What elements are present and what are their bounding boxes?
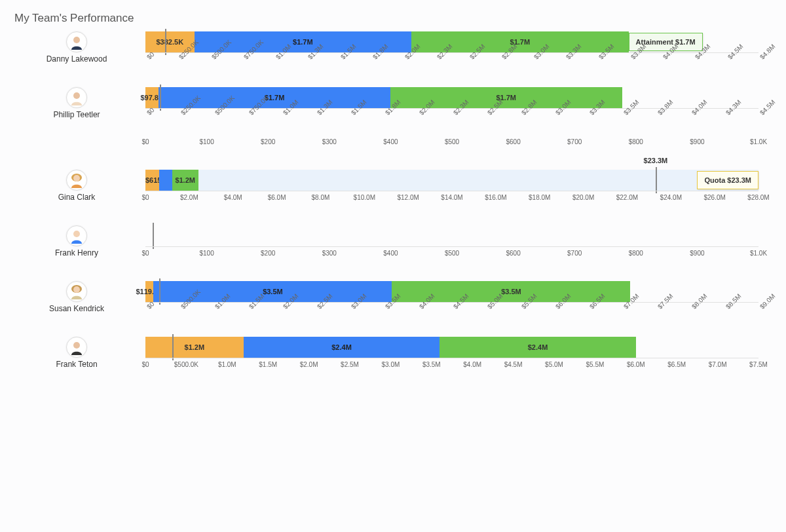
- axis-tick: $22.0M: [616, 194, 638, 201]
- axis-tick: $0: [141, 361, 149, 368]
- axis-tick: $4.5M: [504, 361, 523, 368]
- axis-tick: $18.0M: [529, 194, 550, 201]
- axis-tick: $200: [261, 138, 275, 145]
- bar-chart: $23.3M $615$1.2M Quota $23.3M $0$2.0M$4.…: [145, 170, 758, 206]
- marker-line: [153, 223, 154, 249]
- person-name: Danny Lakewood: [47, 54, 107, 64]
- svg-point-0: [73, 37, 80, 43]
- axis-tick: $300: [322, 250, 337, 257]
- marker-line: [160, 85, 161, 111]
- svg-point-4: [73, 231, 80, 237]
- axis-tick: $200: [261, 250, 275, 257]
- axis-tick: $4.0M: [463, 361, 481, 368]
- marker-line: [172, 334, 174, 360]
- axis-tick: $9.0M: [758, 292, 776, 310]
- svg-point-1: [73, 92, 80, 99]
- axis-tick: $800: [629, 138, 643, 145]
- axis: $0$500.0K$1.0M$1.5M$2.0M$2.5M$3.0M$3.5M$…: [145, 304, 758, 317]
- axis-tick: $3.0M: [381, 361, 400, 368]
- axis-tick: $7.0M: [709, 361, 727, 368]
- avatar: [66, 337, 87, 358]
- axis-tick: $4.0M: [224, 194, 242, 201]
- performance-row: Gina Clark $23.3M $615$1.2M Quota $23.3M…: [14, 170, 772, 206]
- segment-orange: $615: [145, 170, 159, 191]
- person-name: Susan Kendrick: [49, 304, 104, 313]
- axis-tick: $1.0K: [750, 138, 767, 145]
- axis-tick: $800: [629, 250, 643, 257]
- person-name: Phillip Teetler: [53, 110, 100, 119]
- axis-tick: $900: [690, 250, 704, 257]
- performance-row: Phillip Teetler $97.8K$1.7M$1.7M $0$250.…: [14, 87, 772, 150]
- axis: $0$250.0K$500.0K$750.0K$1.0M$1.3M$1.5M$1…: [145, 110, 758, 123]
- axis-tick: $5.0M: [545, 361, 563, 368]
- quota-label: $23.3M: [644, 157, 668, 164]
- axis-tick: $16.0M: [485, 194, 506, 201]
- person: Danny Lakewood: [14, 31, 145, 64]
- bar-chart: $1.2M$2.4M$2.4M $0$500.0K$1.0M$1.5M$2.0M…: [145, 337, 758, 373]
- axis-tick: $8.0M: [312, 194, 330, 201]
- axis-tick: $2.0M: [300, 361, 318, 368]
- svg-point-7: [73, 342, 80, 349]
- performance-row: Danny Lakewood $382.5K$1.7M$1.7M Attainm…: [14, 31, 772, 67]
- axis: $0$500.0K$1.0M$1.5M$2.0M$2.5M$3.0M$3.5M$…: [145, 360, 758, 373]
- bar-chart: $119.5K$3.5M$3.5M $0$500.0K$1.0M$1.5M$2.…: [145, 281, 758, 317]
- avatar: [66, 281, 87, 302]
- axis-tick: $10.0M: [354, 194, 375, 201]
- tooltip: Quota $23.3M: [697, 171, 758, 189]
- person-name: Frank Teton: [56, 360, 97, 369]
- axis-tick: $0: [141, 194, 149, 201]
- axis-tick: $600: [506, 138, 520, 145]
- axis-tick: $500: [445, 250, 459, 257]
- axis-tick: $1.0M: [218, 361, 236, 368]
- axis-tick: $0: [141, 250, 149, 257]
- axis-tick: $4.8M: [758, 43, 776, 60]
- axis-tick: $100: [199, 250, 214, 257]
- segment-blue: $2.4M: [244, 337, 440, 358]
- axis-tick: $0: [141, 138, 149, 145]
- segment-orange: $97.8K: [145, 87, 159, 108]
- axis-tick: $5.5M: [586, 361, 604, 368]
- page-title: My Team's Performance: [14, 12, 772, 25]
- person-name: Frank Henry: [55, 248, 98, 257]
- axis-tick: $4.5M: [758, 98, 776, 116]
- axis-tick: $700: [567, 138, 582, 145]
- axis-tick: $3.5M: [422, 361, 441, 368]
- team-performance-chart: Danny Lakewood $382.5K$1.7M$1.7M Attainm…: [14, 31, 772, 373]
- axis: $0$250.0K$500.0K$750.0K$1.0M$1.3M$1.5M$1…: [145, 54, 758, 67]
- axis-tick: $900: [690, 138, 704, 145]
- performance-row: Frank Henry $0$100$200$300$400$500$600$7…: [14, 225, 772, 261]
- axis-tick: $500.0K: [174, 361, 198, 368]
- axis-tick: $6.0M: [627, 361, 645, 368]
- axis-tick: $12.0M: [397, 194, 419, 201]
- avatar: [66, 31, 87, 52]
- marker-line: [159, 278, 160, 305]
- bar-chart: $382.5K$1.7M$1.7M Attainment $1.7M $0$25…: [145, 31, 758, 67]
- segment-blue: [159, 170, 172, 191]
- axis-tick: $7.5M: [749, 361, 768, 368]
- axis-tick: $600: [506, 250, 520, 257]
- axis-tick: $14.0M: [441, 194, 462, 201]
- axis: $0$100$200$300$400$500$600$700$800$900$1…: [145, 248, 758, 261]
- svg-point-3: [73, 175, 80, 181]
- axis-tick: $300: [322, 138, 337, 145]
- axis-tick: $2.0M: [180, 194, 198, 201]
- avatar: [66, 170, 87, 191]
- performance-row: Frank Teton $1.2M$2.4M$2.4M $0$500.0K$1.…: [14, 337, 772, 373]
- bar-chart: $0$100$200$300$400$500$600$700$800$900$1…: [145, 225, 758, 261]
- axis-tick: $400: [383, 138, 398, 145]
- bar-chart: $97.8K$1.7M$1.7M $0$250.0K$500.0K$750.0K…: [145, 87, 758, 150]
- person-name: Gina Clark: [58, 193, 96, 202]
- marker-line: [165, 29, 166, 55]
- axis-tick: $6.0M: [268, 194, 286, 201]
- person: Susan Kendrick: [14, 281, 145, 313]
- axis-tick: $400: [383, 250, 398, 257]
- segment-orange: $1.2M: [145, 337, 244, 358]
- axis-tick: $700: [567, 250, 582, 257]
- avatar: [66, 225, 87, 246]
- quota-line: [656, 167, 657, 193]
- person: Frank Henry: [14, 225, 145, 257]
- axis: $0$2.0M$4.0M$6.0M$8.0M$10.0M$12.0M$14.0M…: [145, 193, 758, 206]
- axis-tick: $6.5M: [667, 361, 686, 368]
- segment-green: $1.2M: [172, 170, 198, 191]
- axis-tick: $26.0M: [703, 194, 725, 201]
